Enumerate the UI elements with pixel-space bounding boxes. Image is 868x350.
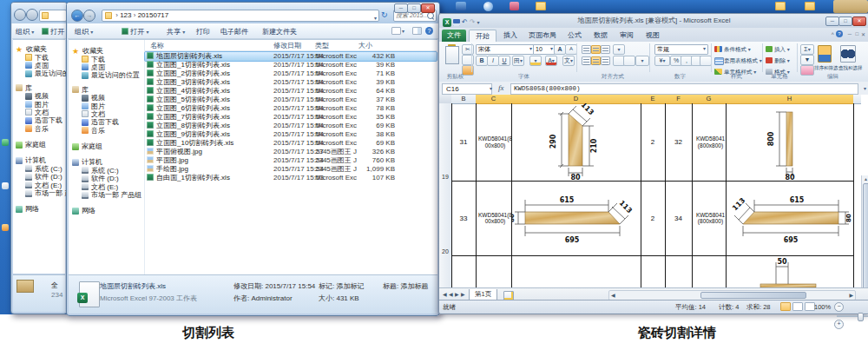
shrink-font-icon[interactable]: A	[565, 44, 577, 55]
minimize-button[interactable]: ─	[394, 3, 408, 13]
excel-window[interactable]: X ↶ ↷ ▾ 地面层切割砖列表.xls [兼容模式] - Microsoft …	[438, 13, 868, 314]
sidebar-item-downloads[interactable]: 下载	[72, 55, 143, 63]
delete-cells-button[interactable]: 删除 ▾	[774, 57, 790, 65]
bold-icon[interactable]: B	[476, 56, 488, 66]
conditional-formatting-button[interactable]: 条件格式 ▾	[724, 46, 751, 54]
cell-g19[interactable]: KWD58041(800x800)	[692, 103, 729, 181]
sidebar-item-videos[interactable]: 视频	[16, 92, 68, 100]
format-as-table-button[interactable]: 套用表格格式 ▾	[724, 57, 762, 65]
list-item[interactable]: 地面层切割砖列表.xls2015/7/17 15:54Microsoft Exc…	[145, 52, 437, 61]
sidebar-item-thunder[interactable]: 迅雷下载	[16, 116, 68, 124]
share-button[interactable]: 共享 ▾	[167, 27, 185, 36]
sidebar-item-documents[interactable]: 文档	[16, 109, 68, 116]
sidebar-item-drive-d[interactable]: 软件 (D:)	[16, 173, 68, 181]
align-top-icon[interactable]	[582, 45, 591, 54]
list-item[interactable]: 立面图_4切割砖列表.xls2015/7/17 15:54Microsoft E…	[145, 87, 437, 96]
fill-color-icon[interactable]: ▾	[529, 56, 542, 66]
prev-sheet-icon[interactable]: ◀	[449, 291, 453, 297]
phonetic-icon[interactable]: 文▾	[562, 56, 575, 66]
sidebar-item-recent[interactable]: 最近访问的位置	[72, 71, 143, 79]
tab-data[interactable]: 数据	[589, 30, 613, 42]
fill-icon[interactable]: ▼	[800, 55, 814, 65]
tab-view[interactable]: 视图	[641, 30, 665, 42]
folder-icon[interactable]	[775, 2, 786, 10]
address-dropdown-icon[interactable]: ▾	[374, 13, 377, 22]
decrease-decimal-icon[interactable]	[700, 56, 712, 66]
list-item[interactable]: 手绘图.jpg2015/7/17 15:542345画图王 JPG ...1,0…	[145, 165, 437, 174]
desktop-icon[interactable]	[2, 224, 9, 231]
sort-filter-button[interactable]: 排序和筛选	[814, 65, 838, 71]
column-header-type[interactable]: 类型	[315, 41, 329, 50]
column-header-date[interactable]: 修改日期	[273, 41, 301, 50]
name-box-dropdown-icon[interactable]: ▾	[490, 85, 492, 91]
minimize-button[interactable]: ─	[825, 17, 839, 26]
sidebar-item-videos[interactable]: 视频	[72, 94, 143, 102]
close-button[interactable]: ✕	[852, 17, 866, 26]
refresh-icon[interactable]: ↻	[381, 10, 388, 19]
help-icon[interactable]: ?	[425, 27, 433, 35]
desktop-icon[interactable]	[2, 182, 9, 189]
email-button[interactable]: 电子邮件	[220, 27, 248, 36]
back-icon[interactable]: ←	[71, 10, 83, 22]
accounting-format-icon[interactable]: ¥▾	[654, 56, 670, 66]
folder-icon[interactable]	[536, 2, 546, 10]
sidebar-item-desktop[interactable]: 桌面	[72, 63, 143, 71]
sidebar-item-downloads[interactable]: 下载	[16, 53, 68, 61]
grow-font-icon[interactable]: A	[554, 44, 566, 55]
sidebar-item-drive-share[interactable]: 市场一部 产品组（专用）	[16, 189, 68, 197]
list-item[interactable]: 立面图_5切割砖列表.xls2015/7/17 15:54Microsoft E…	[145, 96, 437, 104]
scroll-up-icon[interactable]: ▲	[862, 175, 868, 182]
font-color-icon[interactable]: A▾	[545, 56, 557, 66]
list-item[interactable]: 立面图_9切割砖列表.xls2015/7/17 15:54Microsoft E…	[145, 130, 437, 139]
preview-pane-icon[interactable]	[411, 27, 423, 35]
list-item[interactable]: 立面图_7切割砖列表.xls2015/7/17 15:54Microsoft E…	[145, 113, 437, 122]
sidebar-item-music[interactable]: 音乐	[16, 125, 68, 133]
desktop-icon[interactable]	[2, 139, 9, 146]
browser-icon[interactable]	[483, 2, 493, 11]
collapse-ribbon-icon[interactable]: ˄	[831, 31, 834, 36]
zoom-level[interactable]: 100%	[814, 303, 831, 311]
open-button[interactable]: 打开 ▾	[122, 27, 148, 36]
forward-icon[interactable]: →	[83, 10, 95, 22]
sidebar-item-favorites[interactable]: ★收藏夹	[72, 47, 143, 55]
sidebar-item-drive-c[interactable]: 系统 (C:)	[72, 167, 143, 175]
align-middle-icon[interactable]	[591, 45, 601, 54]
list-item[interactable]: 立面图_8切割砖列表.xls2015/7/17 15:54Microsoft E…	[145, 122, 437, 130]
scroll-thumb[interactable]	[700, 292, 806, 299]
cell-c20[interactable]: KWD58041(800x800)	[476, 181, 515, 255]
scroll-left-icon[interactable]: ◀	[611, 292, 615, 298]
folder-icon[interactable]	[805, 2, 815, 10]
cell-b19[interactable]: 31	[451, 103, 476, 181]
font-size-select[interactable]: 10▾	[533, 44, 556, 55]
background-explorer-window[interactable]: 组织 ▾ 打开 ★收藏夹 下载 桌面 最近访问的位置 库 视频 图片 文档 迅雷…	[10, 2, 68, 314]
insert-cells-button[interactable]: 插入 ▾	[774, 46, 790, 54]
breadcrumb-item[interactable]: 123	[120, 11, 131, 19]
orientation-icon[interactable]: ▾	[613, 44, 625, 55]
sidebar-item-drive-e[interactable]: 文档 (E:)	[16, 181, 68, 188]
align-left-icon[interactable]	[582, 56, 591, 65]
tab-review[interactable]: 审阅	[615, 30, 639, 42]
cell-b20[interactable]: 33	[451, 181, 476, 255]
autosum-icon[interactable]: Σ▾	[800, 44, 814, 55]
help-icon[interactable]: ?	[836, 30, 843, 37]
breadcrumb-item[interactable]: 20150717	[138, 11, 169, 19]
underline-icon[interactable]: U	[498, 56, 510, 66]
align-right-icon[interactable]	[601, 56, 610, 65]
sidebar-item-thunder[interactable]: 迅雷下载	[72, 118, 143, 126]
sidebar-item-libraries[interactable]: 库	[72, 86, 143, 94]
zoom-knob[interactable]	[858, 313, 864, 321]
sidebar-item-documents[interactable]: 文档	[72, 110, 143, 118]
app-icon[interactable]	[510, 2, 519, 10]
sidebar-item-drive-e[interactable]: 文档 (E:)	[72, 182, 143, 190]
sidebar-item-network[interactable]: 网络	[16, 205, 68, 213]
tab-page-layout[interactable]: 页面布局	[524, 30, 561, 42]
address-bar[interactable]: › 123 › 20150717 ▾	[102, 10, 379, 22]
sidebar-item-drive-d[interactable]: 软件 (D:)	[72, 175, 143, 182]
list-item[interactable]: 平面图.jpg2015/7/17 15:542345画图王 JPG ...760…	[145, 156, 437, 165]
first-sheet-icon[interactable]: ◀	[443, 291, 447, 297]
sidebar-item-pictures[interactable]: 图片	[16, 100, 68, 108]
sidebar-item-homegroup[interactable]: 家庭组	[72, 142, 143, 150]
tab-file[interactable]: 文件	[442, 30, 466, 42]
cell-e20[interactable]: 2	[641, 181, 665, 255]
align-center-icon[interactable]	[591, 56, 601, 65]
